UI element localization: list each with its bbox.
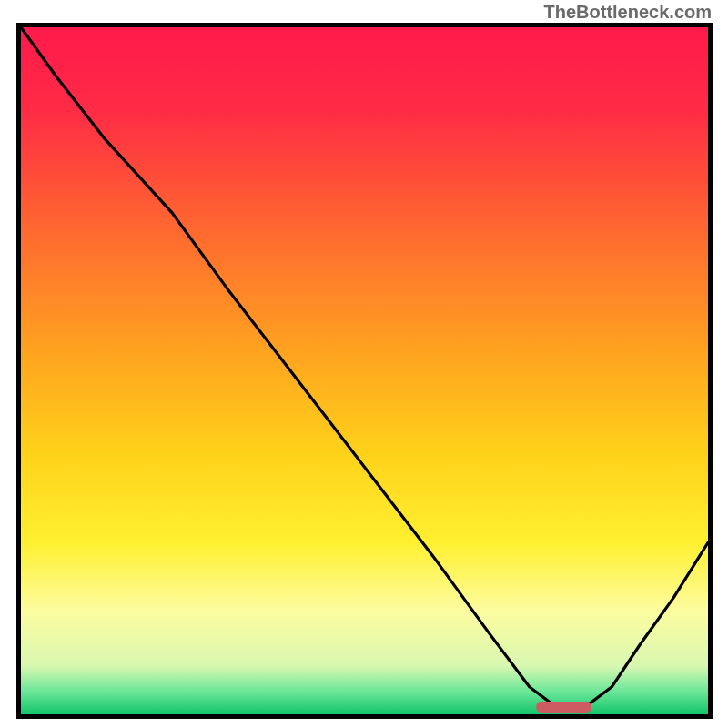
optimum-marker <box>536 702 591 713</box>
watermark-text: TheBottleneck.com <box>544 2 712 23</box>
bottleneck-chart <box>21 27 708 714</box>
chart-background <box>21 27 708 714</box>
chart-frame <box>16 23 713 719</box>
